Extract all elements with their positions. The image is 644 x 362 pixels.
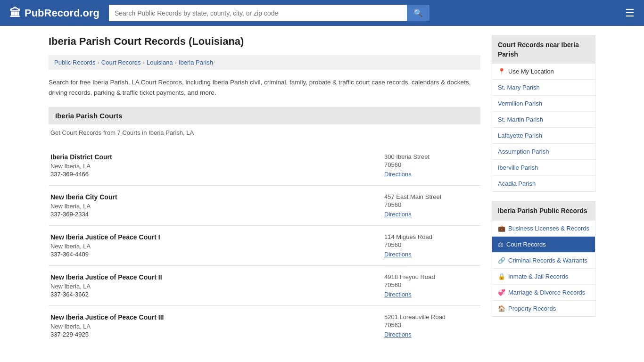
public-record-item-3[interactable]: 🔒 Inmate & Jail Records bbox=[492, 269, 595, 285]
breadcrumb-public-records[interactable]: Public Records bbox=[54, 59, 95, 66]
public-record-link-5[interactable]: 🏠 Property Records bbox=[492, 301, 595, 316]
directions-link-0[interactable]: Directions bbox=[384, 171, 412, 178]
public-record-link-3[interactable]: 🔒 Inmate & Jail Records bbox=[492, 269, 595, 284]
court-city-0: New Iberia, LA bbox=[50, 163, 384, 170]
public-record-label-2: Criminal Records & Warrants bbox=[508, 257, 587, 264]
court-phone-0: 337-369-4466 bbox=[50, 171, 384, 178]
court-list: Iberia District Court New Iberia, LA 337… bbox=[49, 146, 480, 346]
court-city-1: New Iberia, LA bbox=[50, 203, 384, 210]
public-record-label-3: Inmate & Jail Records bbox=[508, 273, 568, 280]
public-record-icon-3: 🔒 bbox=[498, 273, 505, 280]
public-record-item-1[interactable]: ⚖ Court Records bbox=[492, 237, 595, 253]
nearby-parish-2[interactable]: St. Martin Parish bbox=[492, 112, 595, 128]
court-right-0: 300 Iberia Street 70560 Directions bbox=[384, 153, 479, 178]
directions-link-4[interactable]: Directions bbox=[384, 331, 412, 338]
court-address-3: 4918 Freyou Road bbox=[384, 273, 479, 280]
court-right-3: 4918 Freyou Road 70560 Directions bbox=[384, 273, 479, 298]
court-entry-1: New Iberia City Court New Iberia, LA 337… bbox=[49, 186, 480, 226]
breadcrumb-sep-1: › bbox=[97, 59, 99, 66]
nearby-parish-1[interactable]: Vermilion Parish bbox=[492, 96, 595, 112]
public-record-label-5: Property Records bbox=[508, 305, 556, 312]
court-left-3: New Iberia Justice of Peace Court II New… bbox=[50, 273, 384, 298]
use-location-link[interactable]: 📍 Use My Location bbox=[492, 64, 595, 79]
court-phone-2: 337-364-4409 bbox=[50, 251, 384, 258]
court-left-0: Iberia District Court New Iberia, LA 337… bbox=[50, 153, 384, 178]
logo-icon: 🏛 bbox=[9, 7, 21, 20]
parish-label-0: St. Mary Parish bbox=[498, 84, 540, 91]
court-phone-1: 337-369-2334 bbox=[50, 211, 384, 218]
search-input[interactable] bbox=[109, 5, 407, 21]
public-record-label-1: Court Records bbox=[506, 241, 546, 248]
public-record-icon-2: 🔗 bbox=[498, 257, 505, 264]
public-record-item-2[interactable]: 🔗 Criminal Records & Warrants bbox=[492, 253, 595, 269]
nearby-parish-0[interactable]: St. Mary Parish bbox=[492, 80, 595, 96]
court-name-1: New Iberia City Court bbox=[50, 193, 384, 201]
public-records-list: 💼 Business Licenses & Records ⚖ Court Re… bbox=[492, 221, 595, 317]
court-right-4: 5201 Loreauville Road 70563 Directions bbox=[384, 313, 479, 338]
public-record-link-1[interactable]: ⚖ Court Records bbox=[492, 237, 595, 252]
nearby-parish-6[interactable]: Acadia Parish bbox=[492, 176, 595, 191]
court-name-0: Iberia District Court bbox=[50, 153, 384, 161]
search-button[interactable]: 🔍 bbox=[407, 5, 429, 21]
court-phone-4: 337-229-4925 bbox=[50, 331, 384, 338]
nearby-list: 📍 Use My Location St. Mary Parish Vermil… bbox=[492, 64, 595, 192]
public-record-link-0[interactable]: 💼 Business Licenses & Records bbox=[492, 221, 595, 236]
court-right-1: 457 East Main Street 70560 Directions bbox=[384, 193, 479, 218]
court-left-1: New Iberia City Court New Iberia, LA 337… bbox=[50, 193, 384, 218]
sidebar: Court Records near Iberia Parish 📍 Use M… bbox=[492, 35, 595, 346]
nearby-parish-4[interactable]: Assumption Parish bbox=[492, 144, 595, 160]
menu-icon[interactable]: ☰ bbox=[625, 7, 635, 19]
breadcrumb-court-records[interactable]: Court Records bbox=[101, 59, 141, 66]
court-city-4: New Iberia, LA bbox=[50, 323, 384, 330]
court-zip-3: 70560 bbox=[384, 281, 479, 288]
court-zip-2: 70560 bbox=[384, 241, 479, 248]
parish-label-4: Assumption Parish bbox=[498, 148, 549, 155]
nearby-parish-3[interactable]: Lafayette Parish bbox=[492, 128, 595, 144]
public-record-link-2[interactable]: 🔗 Criminal Records & Warrants bbox=[492, 253, 595, 268]
court-entry-3: New Iberia Justice of Peace Court II New… bbox=[49, 266, 480, 306]
use-location-item[interactable]: 📍 Use My Location bbox=[492, 64, 595, 80]
location-icon: 📍 bbox=[498, 68, 505, 75]
court-address-0: 300 Iberia Street bbox=[384, 153, 479, 160]
parish-label-6: Acadia Parish bbox=[498, 180, 536, 187]
court-entry-4: New Iberia Justice of Peace Court III Ne… bbox=[49, 306, 480, 346]
public-record-item-4[interactable]: 💞 Marriage & Divorce Records bbox=[492, 285, 595, 301]
breadcrumb-iberia-parish[interactable]: Iberia Parish bbox=[179, 59, 213, 66]
content-area: Iberia Parish Court Records (Louisiana) … bbox=[49, 35, 480, 346]
section-header: Iberia Parish Courts bbox=[49, 107, 480, 124]
court-address-2: 114 Migues Road bbox=[384, 233, 479, 240]
court-entry-0: Iberia District Court New Iberia, LA 337… bbox=[49, 146, 480, 186]
nearby-parish-5[interactable]: Iberville Parish bbox=[492, 160, 595, 176]
public-record-item-5[interactable]: 🏠 Property Records bbox=[492, 301, 595, 316]
court-entry-2: New Iberia Justice of Peace Court I New … bbox=[49, 226, 480, 266]
court-phone-3: 337-364-3662 bbox=[50, 291, 384, 298]
public-record-icon-1: ⚖ bbox=[498, 241, 504, 248]
court-zip-4: 70563 bbox=[384, 321, 479, 329]
court-city-2: New Iberia, LA bbox=[50, 243, 384, 250]
breadcrumb-sep-2: › bbox=[143, 59, 145, 66]
directions-link-1[interactable]: Directions bbox=[384, 211, 412, 218]
breadcrumb-sep-3: › bbox=[175, 59, 177, 66]
nearby-title: Court Records near Iberia Parish bbox=[492, 35, 595, 64]
page-title: Iberia Parish Court Records (Louisiana) bbox=[49, 35, 480, 48]
breadcrumb: Public Records › Court Records › Louisia… bbox=[49, 55, 480, 70]
public-record-item-0[interactable]: 💼 Business Licenses & Records bbox=[492, 221, 595, 237]
court-zip-0: 70560 bbox=[384, 161, 479, 168]
page-description: Search for free Iberia Parish, LA Court … bbox=[49, 77, 480, 98]
site-logo[interactable]: 🏛 PubRecord.org bbox=[9, 7, 99, 20]
public-record-link-4[interactable]: 💞 Marriage & Divorce Records bbox=[492, 285, 595, 300]
parish-label-1: Vermilion Parish bbox=[498, 100, 542, 107]
public-record-icon-0: 💼 bbox=[498, 225, 505, 232]
directions-link-3[interactable]: Directions bbox=[384, 291, 412, 298]
court-city-3: New Iberia, LA bbox=[50, 283, 384, 290]
site-header: 🏛 PubRecord.org 🔍 ☰ bbox=[0, 0, 644, 26]
directions-link-2[interactable]: Directions bbox=[384, 251, 412, 258]
breadcrumb-louisiana[interactable]: Louisiana bbox=[147, 59, 173, 66]
main-container: Iberia Parish Court Records (Louisiana) … bbox=[39, 26, 605, 355]
court-name-4: New Iberia Justice of Peace Court III bbox=[50, 313, 384, 321]
court-right-2: 114 Migues Road 70560 Directions bbox=[384, 233, 479, 258]
section-subtext: Get Court Records from 7 Courts in Iberi… bbox=[49, 129, 480, 136]
court-name-2: New Iberia Justice of Peace Court I bbox=[50, 233, 384, 241]
court-left-2: New Iberia Justice of Peace Court I New … bbox=[50, 233, 384, 258]
use-location-label: Use My Location bbox=[508, 68, 554, 75]
